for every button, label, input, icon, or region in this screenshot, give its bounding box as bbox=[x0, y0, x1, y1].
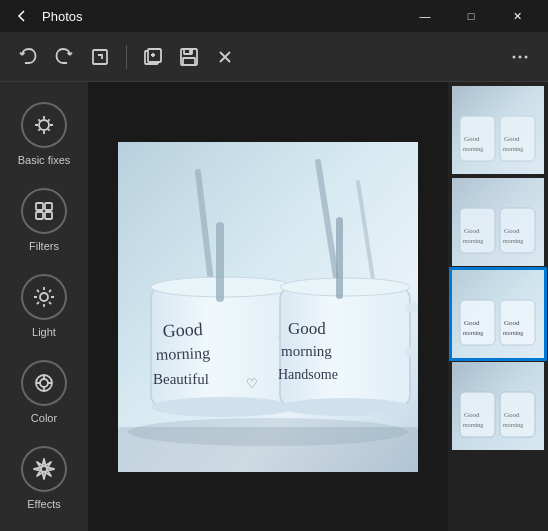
save-copy-button[interactable] bbox=[135, 39, 171, 75]
svg-rect-14 bbox=[45, 212, 52, 219]
toolbar bbox=[0, 32, 548, 82]
thumbnail-strip: Good morning Good morning Good bbox=[448, 82, 548, 531]
svg-text:Good: Good bbox=[464, 135, 480, 143]
effects-icon bbox=[21, 446, 67, 492]
close-button[interactable]: ✕ bbox=[494, 0, 540, 32]
save-button[interactable] bbox=[171, 39, 207, 75]
color-icon bbox=[21, 360, 67, 406]
svg-text:Good: Good bbox=[464, 411, 480, 419]
svg-text:morning: morning bbox=[281, 343, 332, 359]
svg-text:Good: Good bbox=[504, 319, 520, 327]
svg-text:Good: Good bbox=[288, 319, 326, 338]
main-image: Good morning Beautiful ♡ Good morning Ha… bbox=[118, 142, 418, 472]
sidebar-item-light[interactable]: Light bbox=[8, 264, 80, 348]
basic-fixes-icon bbox=[21, 102, 67, 148]
svg-text:morning: morning bbox=[503, 238, 523, 244]
maximize-button[interactable]: □ bbox=[448, 0, 494, 32]
svg-text:morning: morning bbox=[503, 330, 523, 336]
light-label: Light bbox=[32, 326, 56, 338]
svg-rect-12 bbox=[45, 203, 52, 210]
svg-point-29 bbox=[280, 278, 410, 296]
toolbar-divider bbox=[126, 45, 127, 69]
svg-text:Good: Good bbox=[504, 135, 520, 143]
svg-rect-0 bbox=[93, 50, 107, 64]
svg-point-15 bbox=[40, 293, 48, 301]
more-button[interactable] bbox=[502, 39, 538, 75]
svg-text:Good: Good bbox=[504, 227, 520, 235]
svg-rect-11 bbox=[36, 203, 43, 210]
minimize-button[interactable]: — bbox=[402, 0, 448, 32]
window-controls: — □ ✕ bbox=[402, 0, 540, 32]
redo-button[interactable] bbox=[46, 39, 82, 75]
thumbnail-3[interactable]: Good morning Good morning bbox=[452, 270, 544, 358]
color-label: Color bbox=[31, 412, 57, 424]
svg-point-10 bbox=[39, 120, 49, 130]
basic-fixes-label: Basic fixes bbox=[18, 154, 71, 166]
svg-rect-41 bbox=[118, 427, 418, 472]
svg-text:Good: Good bbox=[464, 227, 480, 235]
sidebar-item-color[interactable]: Color bbox=[8, 350, 80, 434]
titlebar: Photos — □ ✕ bbox=[0, 0, 548, 32]
svg-point-8 bbox=[519, 55, 522, 58]
svg-text:morning: morning bbox=[156, 344, 211, 364]
svg-text:Good: Good bbox=[162, 318, 203, 340]
sidebar: Basic fixes Filters Light bbox=[0, 82, 88, 531]
thumbnail-1[interactable]: Good morning Good morning bbox=[452, 86, 544, 174]
light-icon bbox=[21, 274, 67, 320]
main-content: Basic fixes Filters Light bbox=[0, 82, 548, 531]
back-button[interactable] bbox=[8, 2, 36, 30]
svg-text:Handsome: Handsome bbox=[278, 367, 338, 382]
filters-label: Filters bbox=[29, 240, 59, 252]
rotate-button[interactable] bbox=[82, 39, 118, 75]
svg-text:morning: morning bbox=[503, 146, 523, 152]
filters-icon bbox=[21, 188, 67, 234]
svg-rect-39 bbox=[336, 217, 343, 299]
svg-point-18 bbox=[41, 466, 47, 472]
svg-text:morning: morning bbox=[463, 422, 483, 428]
svg-text:Good: Good bbox=[464, 319, 480, 327]
svg-point-9 bbox=[525, 55, 528, 58]
svg-point-7 bbox=[513, 55, 516, 58]
svg-text:Beautiful: Beautiful bbox=[153, 371, 209, 387]
thumbnail-2[interactable]: Good morning Good morning bbox=[452, 178, 544, 266]
undo-button[interactable] bbox=[10, 39, 46, 75]
sidebar-item-filters[interactable]: Filters bbox=[8, 178, 80, 262]
thumbnail-4[interactable]: Good morning Good morning bbox=[452, 362, 544, 450]
sidebar-item-basic-fixes[interactable]: Basic fixes bbox=[8, 92, 80, 176]
svg-point-30 bbox=[280, 398, 410, 416]
svg-point-26 bbox=[151, 397, 295, 417]
image-area: Good morning Beautiful ♡ Good morning Ha… bbox=[88, 82, 448, 531]
svg-rect-38 bbox=[216, 222, 224, 302]
svg-text:Good: Good bbox=[504, 411, 520, 419]
cancel-button[interactable] bbox=[207, 39, 243, 75]
sidebar-item-effects[interactable]: Effects bbox=[8, 436, 80, 520]
svg-text:♡: ♡ bbox=[246, 376, 258, 391]
svg-rect-13 bbox=[36, 212, 43, 219]
svg-rect-5 bbox=[183, 58, 195, 65]
effects-label: Effects bbox=[27, 498, 60, 510]
app-title: Photos bbox=[42, 9, 82, 24]
svg-text:morning: morning bbox=[463, 330, 483, 336]
svg-text:morning: morning bbox=[463, 238, 483, 244]
svg-point-17 bbox=[40, 379, 48, 387]
svg-text:morning: morning bbox=[503, 422, 523, 428]
svg-rect-6 bbox=[190, 50, 192, 53]
svg-text:morning: morning bbox=[463, 146, 483, 152]
